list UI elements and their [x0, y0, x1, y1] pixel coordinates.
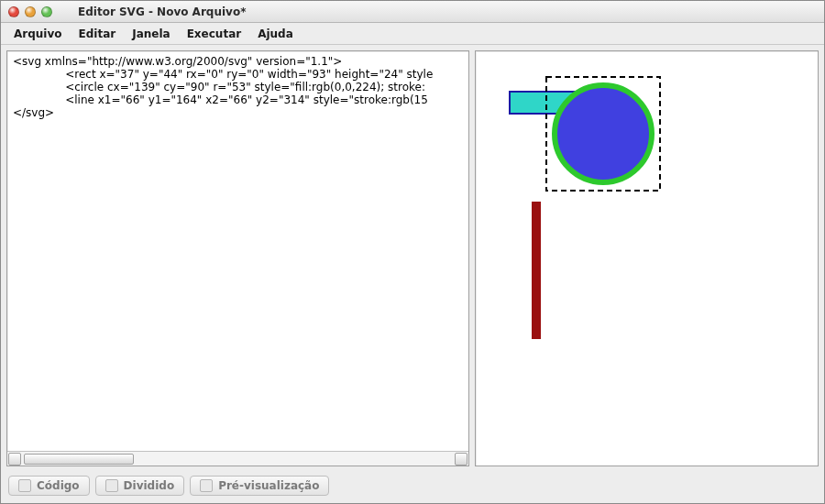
menu-editar[interactable]: Editar	[72, 25, 124, 43]
svg-circle-shape[interactable]	[555, 85, 652, 182]
preview-pane[interactable]	[475, 50, 819, 466]
app-window: Editor SVG - Novo Arquivo* Arquivo Edita…	[0, 0, 825, 504]
minimize-icon[interactable]	[25, 6, 36, 17]
close-icon[interactable]	[8, 6, 19, 17]
view-split-button[interactable]: Dividido	[95, 476, 185, 496]
scroll-right-button[interactable]	[455, 453, 468, 466]
window-title: Editor SVG - Novo Arquivo*	[78, 5, 246, 18]
view-toolbar: Código Dividido Pré-visualização	[1, 472, 824, 503]
scroll-thumb[interactable]	[24, 454, 134, 465]
view-preview-button[interactable]: Pré-visualização	[190, 476, 329, 496]
checkbox-icon	[200, 479, 213, 492]
menubar: Arquivo Editar Janela Executar Ajuda	[1, 23, 824, 45]
view-split-label: Dividido	[124, 479, 175, 492]
titlebar: Editor SVG - Novo Arquivo*	[1, 1, 824, 23]
checkbox-icon	[105, 479, 118, 492]
code-pane: <svg xmlns="http://www.w3.org/2000/svg" …	[6, 50, 469, 466]
scroll-left-button[interactable]	[8, 453, 21, 466]
code-editor[interactable]: <svg xmlns="http://www.w3.org/2000/svg" …	[7, 51, 468, 451]
zoom-icon[interactable]	[41, 6, 52, 17]
menu-janela[interactable]: Janela	[125, 25, 177, 43]
view-code-label: Código	[37, 479, 80, 492]
menu-arquivo[interactable]: Arquivo	[6, 25, 70, 43]
menu-ajuda[interactable]: Ajuda	[250, 25, 301, 43]
view-preview-label: Pré-visualização	[218, 479, 319, 492]
view-code-button[interactable]: Código	[8, 476, 90, 496]
menu-executar[interactable]: Executar	[180, 25, 248, 43]
content-area: <svg xmlns="http://www.w3.org/2000/svg" …	[1, 45, 824, 472]
horizontal-scrollbar[interactable]	[7, 451, 468, 466]
checkbox-icon	[18, 479, 31, 492]
svg-canvas[interactable]	[476, 51, 806, 466]
